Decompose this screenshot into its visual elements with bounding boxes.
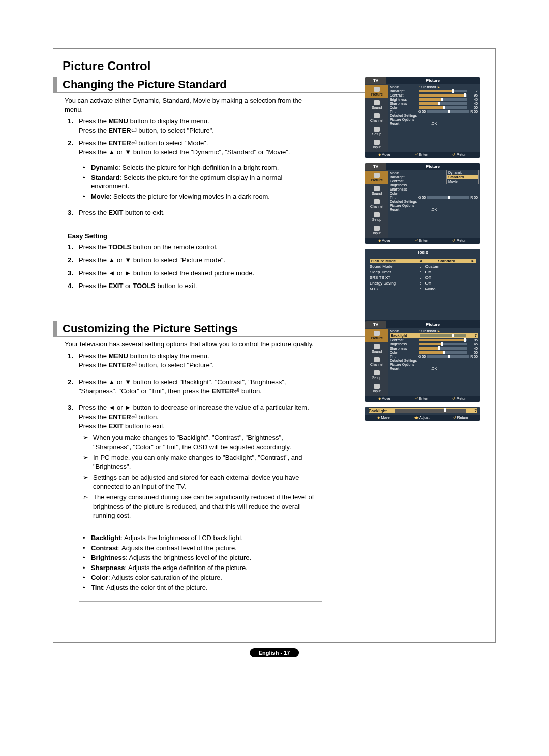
move-hint: Move — [377, 416, 389, 420]
nav-input[interactable]: Input — [365, 224, 388, 237]
tools-energy[interactable]: Energy Saving:Off — [370, 281, 476, 286]
nav-sound[interactable]: Sound — [365, 98, 388, 111]
move-hint: Move — [378, 239, 390, 243]
nav-setup[interactable]: Setup — [365, 124, 388, 138]
row-sharpness[interactable]: Sharpness — [390, 187, 478, 191]
row-brightness[interactable]: Brightness45 — [390, 98, 478, 101]
osd-footer: Move Enter Return — [365, 238, 480, 244]
row-detailed[interactable]: Detailed Settings — [390, 359, 478, 362]
nav-picture[interactable]: Picture — [365, 171, 388, 184]
nav-setup[interactable]: Setup — [365, 368, 388, 382]
return-hint: Return — [452, 397, 467, 401]
osd-backlight-adjust: Backlight 7 Move Adjust Return — [365, 407, 480, 421]
osd-footer: Move Enter Return — [365, 396, 480, 402]
note-1: When you make changes to "Backlight", "C… — [86, 433, 322, 451]
return-hint: Return — [452, 239, 467, 243]
step-text: Press the ◄ or ► button to decrease or i… — [79, 404, 309, 429]
row-backlight[interactable]: Backlight7 — [390, 89, 478, 93]
setup-icon — [374, 127, 380, 132]
sound-icon — [374, 100, 380, 105]
nav-input[interactable]: Input — [365, 382, 388, 395]
row-detailed[interactable]: Detailed Settings — [390, 200, 478, 203]
note-3: Settings can be adjusted and stored for … — [86, 473, 322, 491]
nav-channel[interactable]: Channel — [365, 197, 388, 210]
row-options[interactable]: Picture Options — [390, 363, 478, 366]
opt-standard[interactable]: Standard — [447, 175, 478, 179]
row-mode[interactable]: Mode:Standard► — [390, 85, 478, 89]
nav-input[interactable]: Input — [365, 138, 388, 151]
def-tint: Tint: Adjusts the color tint of the pict… — [86, 583, 322, 592]
easy-steps-list: 1.Press the TOOLS button on the remote c… — [68, 243, 322, 291]
mode-bullets: Dynamic: Selects the picture for high-de… — [79, 163, 322, 201]
tools-sleep-timer[interactable]: Sleep Timer:Off — [370, 270, 476, 274]
row-contrast[interactable]: Contrast95 — [390, 338, 478, 342]
mode-dropdown[interactable]: Dynamic Standard Movie — [446, 170, 479, 184]
row-tint[interactable]: TintG 50R 50 — [390, 355, 478, 358]
row-tint[interactable]: TintG 50R 50 — [390, 110, 478, 113]
row-tint[interactable]: TintG 50R 50 — [390, 196, 478, 199]
osd-items: Mode Backlight Contrast Brightness Sharp… — [388, 170, 480, 238]
row-reset[interactable]: Reset: OK — [390, 122, 478, 125]
nav-setup[interactable]: Setup — [365, 210, 388, 224]
chevron-right-icon: ► — [436, 329, 441, 333]
row-reset[interactable]: Reset: OK — [390, 208, 478, 211]
tv-badge: TV — [365, 77, 386, 84]
tools-sound-mode[interactable]: Sound Mode:Custom — [370, 264, 476, 269]
return-hint: Return — [453, 416, 468, 420]
easy-step-1: 1.Press the TOOLS button on the remote c… — [68, 243, 322, 252]
step-text: Press the MENU button to display the men… — [79, 352, 214, 369]
enter-hint: Enter — [415, 239, 428, 243]
nav-sound[interactable]: Sound — [365, 342, 388, 355]
osd-picture-a: TV Picture Picture Sound Channel Setup I… — [365, 77, 480, 158]
row-backlight-selected[interactable]: Backlight7 — [390, 333, 478, 338]
row-color[interactable]: Color50 — [390, 351, 478, 354]
osd-footer: Move Adjust Return — [365, 415, 480, 421]
osd-sidebar: Picture Sound Channel Setup Input — [365, 84, 388, 152]
row-reset[interactable]: Reset: OK — [390, 367, 478, 370]
row-options[interactable]: Picture Options — [390, 204, 478, 207]
opt-movie[interactable]: Movie — [447, 179, 478, 184]
backlight-slider[interactable]: Backlight 7 — [369, 408, 477, 413]
row-mode[interactable]: Mode:Standard► — [390, 329, 478, 333]
row-brightness[interactable]: Brightness45 — [390, 342, 478, 346]
input-icon — [374, 226, 380, 231]
osd-items: Mode:Standard► Backlight7 Contrast95 Bri… — [388, 84, 480, 152]
channel-icon — [374, 113, 380, 118]
row-contrast[interactable]: Contrast95 — [390, 93, 478, 97]
row-sharpness[interactable]: Sharpness40 — [390, 346, 478, 350]
step-text: Press the ◄ or ► button to select the de… — [79, 269, 254, 277]
tools-srs[interactable]: SRS TS XT:Off — [370, 275, 476, 280]
intro-text: Your television has several setting opti… — [65, 340, 314, 349]
step-1: 1. Press the MENU button to display the … — [68, 352, 322, 369]
note-4: The energy consumed during use can be si… — [86, 493, 322, 520]
nav-channel[interactable]: Channel — [365, 111, 388, 124]
easy-step-2: 2.Press the ▲ or ▼ button to select "Pic… — [68, 256, 322, 265]
row-color[interactable]: Color50 — [390, 106, 478, 109]
osd-title: Picture — [386, 321, 480, 328]
opt-dynamic[interactable]: Dynamic — [447, 170, 478, 175]
tv-badge: TV — [365, 321, 386, 328]
page-title: Picture Control — [63, 59, 480, 73]
return-hint: Return — [452, 153, 467, 157]
tools-picture-mode[interactable]: Picture Mode◄ Standard ► — [370, 259, 476, 263]
steps-list: 1. Press the MENU button to display the … — [68, 117, 322, 217]
def-backlight: Backlight: Adjusts the brightness of LCD… — [86, 533, 322, 543]
row-options[interactable]: Picture Options — [390, 118, 478, 121]
step-text: Press the TOOLS button on the remote con… — [79, 243, 218, 251]
divider — [79, 601, 322, 602]
osd-picture-b: TV Picture Picture Sound Channel Setup I… — [365, 163, 480, 244]
nav-channel[interactable]: Channel — [365, 355, 388, 368]
step-text: Press the ▲ or ▼ button to select "Backl… — [79, 378, 286, 395]
move-hint: Move — [378, 153, 390, 157]
divider — [99, 160, 343, 160]
bullet-standard: Standard: Selects the picture for the op… — [86, 173, 322, 191]
row-detailed[interactable]: Detailed Settings — [390, 114, 478, 117]
row-sharpness[interactable]: Sharpness40 — [390, 102, 478, 105]
row-color[interactable]: Color — [390, 192, 478, 195]
tools-mts[interactable]: MTS:Mono — [370, 287, 476, 291]
def-brightness: Brightness: Adjusts the brightness level… — [86, 553, 322, 562]
nav-sound[interactable]: Sound — [365, 184, 388, 197]
page-number-badge: English - 17 — [250, 648, 299, 657]
nav-picture[interactable]: Picture — [365, 85, 388, 98]
nav-picture[interactable]: Picture — [365, 329, 388, 342]
